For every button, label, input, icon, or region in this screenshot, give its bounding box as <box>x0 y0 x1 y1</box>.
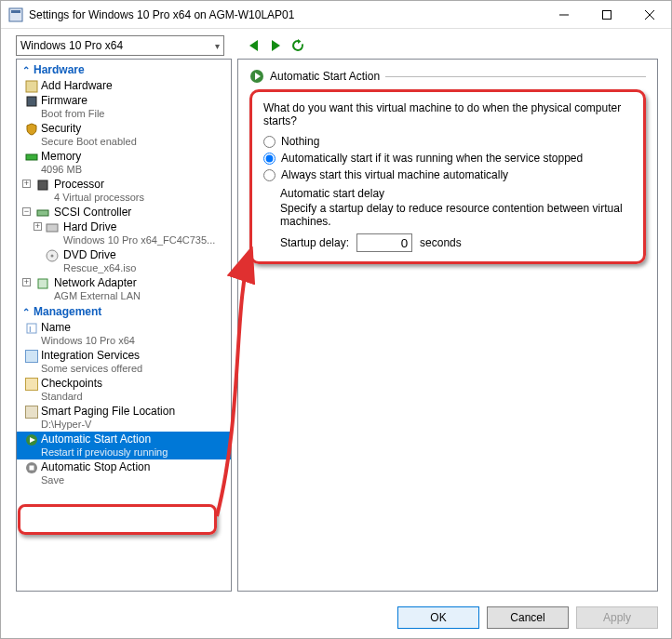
minimize-button[interactable] <box>543 1 585 29</box>
content-pane: Automatic Start Action What do you want … <box>237 59 658 592</box>
settings-icon <box>8 7 23 22</box>
svg-rect-6 <box>26 81 37 92</box>
apply-button: Apply <box>576 606 658 629</box>
tree-hard-drive[interactable]: + Hard Drive Windows 10 Pro x64_FC4C735.… <box>17 220 231 247</box>
window-title: Settings for Windows 10 Pro x64 on AGM-W… <box>29 8 543 21</box>
delay-title: Automatic start delay <box>280 187 632 200</box>
expand-icon[interactable]: + <box>22 278 31 286</box>
expand-icon[interactable]: + <box>22 180 31 188</box>
ok-button[interactable]: OK <box>397 606 479 629</box>
tree-processor[interactable]: + Processor 4 Virtual processors <box>17 177 231 205</box>
scsi-icon <box>35 206 50 220</box>
autostart-icon <box>249 69 264 84</box>
tree-label: Automatic Stop Action <box>41 460 227 473</box>
tree-checkpoints[interactable]: Checkpoints Standard <box>17 376 231 404</box>
apply-button-label: Apply <box>603 611 631 624</box>
tree-subtext: Secure Boot enabled <box>41 135 227 148</box>
svg-rect-9 <box>38 180 47 190</box>
svg-rect-11 <box>47 224 58 232</box>
tree-add-hardware[interactable]: Add Hardware <box>17 78 231 93</box>
tree-scsi-controller[interactable]: − SCSI Controller <box>17 205 231 220</box>
close-button[interactable] <box>628 1 671 29</box>
radio-nothing[interactable]: Nothing <box>263 135 632 148</box>
tree-firmware[interactable]: Firmware Boot from File <box>17 93 231 121</box>
radio-auto-if-running-label: Automatically start if it was running wh… <box>281 152 583 165</box>
hardware-header-label: Hardware <box>34 63 85 76</box>
ok-button-label: OK <box>430 611 446 624</box>
security-icon <box>24 122 39 137</box>
triangle-right-icon <box>272 40 280 51</box>
firmware-icon <box>24 94 39 109</box>
divider <box>385 76 646 77</box>
svg-rect-14 <box>38 279 47 288</box>
delay-unit: seconds <box>420 236 462 249</box>
tree-subtext: Windows 10 Pro x64 <box>41 334 227 347</box>
tree-subtext: Standard <box>41 390 227 403</box>
tree-integration-services[interactable]: Integration Services Some services offer… <box>17 348 231 376</box>
tree-label: Automatic Start Action <box>41 433 227 446</box>
maximize-button[interactable] <box>585 1 628 29</box>
cancel-button-label: Cancel <box>510 611 544 624</box>
refresh-button[interactable] <box>289 37 306 54</box>
management-header-label: Management <box>34 305 101 318</box>
collapse-icon: ⌃ <box>22 307 30 317</box>
add-hardware-icon <box>24 79 39 94</box>
hard-drive-icon <box>45 220 60 235</box>
refresh-icon <box>290 38 305 53</box>
question-text: What do you want this virtual machine to… <box>263 101 632 127</box>
tree-subtext: AGM External LAN <box>41 289 227 302</box>
radio-auto-if-running[interactable]: Automatically start if it was running wh… <box>263 152 632 165</box>
checkpoints-icon <box>24 377 39 392</box>
group-title-row: Automatic Start Action <box>249 69 646 84</box>
memory-icon <box>24 150 39 165</box>
expand-icon[interactable]: + <box>34 222 42 231</box>
tree-subtext: Boot from File <box>41 107 227 120</box>
dvd-icon <box>45 248 60 263</box>
options-highlight-box: What do you want this virtual machine to… <box>249 89 646 264</box>
chevron-down-icon: ▾ <box>215 41 220 51</box>
tree-memory[interactable]: Memory 4096 MB <box>17 149 231 177</box>
svg-point-13 <box>51 255 54 258</box>
tree-label: Processor <box>41 178 227 191</box>
titlebar: Settings for Windows 10 Pro x64 on AGM-W… <box>1 1 671 29</box>
autostop-icon <box>24 460 39 475</box>
next-button[interactable] <box>267 37 284 54</box>
group-title: Automatic Start Action <box>270 70 380 83</box>
tree-label: Firmware <box>41 94 227 107</box>
startup-delay-input[interactable] <box>356 233 412 252</box>
radio-always-input[interactable] <box>263 169 276 181</box>
delay-label: Startup delay: <box>280 236 349 249</box>
radio-always[interactable]: Always start this virtual machine automa… <box>263 168 632 181</box>
button-bar: OK Cancel Apply <box>397 606 658 629</box>
collapse-icon[interactable]: − <box>22 207 31 216</box>
radio-nothing-label: Nothing <box>281 135 319 148</box>
prev-button[interactable] <box>245 37 262 54</box>
hardware-section-header[interactable]: ⌃ Hardware <box>17 61 231 78</box>
svg-rect-3 <box>603 10 612 19</box>
name-icon: I <box>24 321 39 336</box>
radio-auto-if-running-input[interactable] <box>263 153 276 165</box>
settings-tree[interactable]: ⌃ Hardware Add Hardware Firmware Boot fr… <box>16 59 232 592</box>
management-section-header[interactable]: ⌃ Management <box>17 303 231 320</box>
tree-automatic-stop-action[interactable]: Automatic Stop Action Save <box>17 459 231 487</box>
tree-subtext: Rescue_x64.iso <box>63 261 227 274</box>
tree-automatic-start-action[interactable]: Automatic Start Action Restart if previo… <box>17 432 231 459</box>
tree-label: DVD Drive <box>63 248 227 261</box>
tree-label: Hard Drive <box>63 220 227 233</box>
tree-dvd-drive[interactable]: DVD Drive Rescue_x64.iso <box>17 247 231 275</box>
tree-security[interactable]: Security Secure Boot enabled <box>17 121 231 149</box>
tree-subtext: Windows 10 Pro x64_FC4C735... <box>63 233 227 246</box>
radio-nothing-input[interactable] <box>263 136 276 148</box>
tree-network-adapter[interactable]: + Network Adapter AGM External LAN <box>17 275 231 303</box>
vm-selector-combo[interactable]: Windows 10 Pro x64 ▾ <box>16 35 224 56</box>
tree-label: Security <box>41 122 227 135</box>
network-icon <box>35 276 50 291</box>
tree-name[interactable]: I Name Windows 10 Pro x64 <box>17 320 231 348</box>
tree-smart-paging[interactable]: Smart Paging File Location D:\Hyper-V <box>17 404 231 432</box>
tree-label: Memory <box>41 150 227 163</box>
tree-subtext: Restart if previously running <box>41 446 227 459</box>
svg-rect-7 <box>27 97 36 106</box>
cancel-button[interactable]: Cancel <box>487 606 569 629</box>
processor-icon <box>35 178 50 193</box>
tree-label: SCSI Controller <box>41 206 227 219</box>
